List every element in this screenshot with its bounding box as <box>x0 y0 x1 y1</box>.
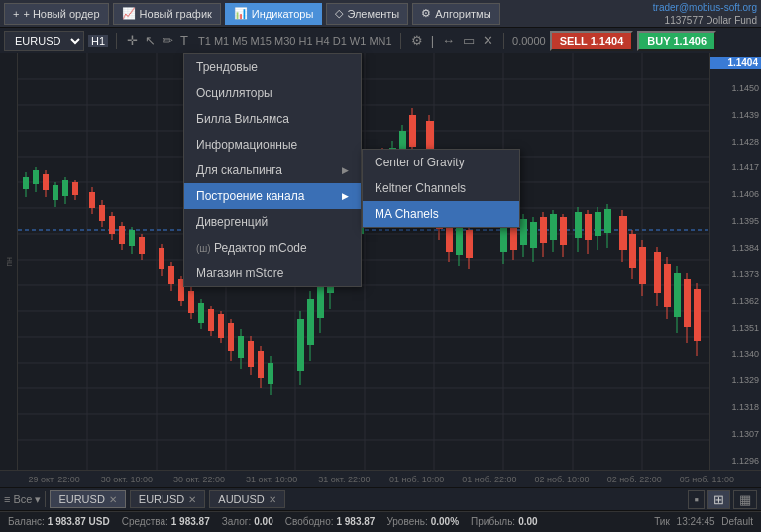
divider <box>116 33 117 49</box>
svg-rect-128 <box>604 209 611 233</box>
svg-rect-44 <box>119 226 125 244</box>
time-7: 01 ноб. 22:00 <box>453 475 525 484</box>
price-1439: 1.1439 <box>712 111 759 120</box>
time-8: 02 ноб. 10:00 <box>525 475 598 484</box>
svg-rect-62 <box>218 314 224 338</box>
svg-rect-138 <box>664 264 671 307</box>
svg-rect-64 <box>228 323 234 351</box>
svg-rect-114 <box>530 222 537 248</box>
time-2: 30 окт. 10:00 <box>90 475 163 484</box>
candlestick-chart <box>18 53 709 470</box>
text-tool[interactable]: T <box>178 33 190 48</box>
elements-button[interactable]: ◇ Элементы <box>326 3 408 25</box>
filter-dropdown-icon: ▾ <box>35 493 41 506</box>
settings-tool[interactable]: ⚙ <box>409 33 425 48</box>
tab-eurusd-2[interactable]: EURUSD ✕ <box>130 490 205 508</box>
menu-item-mstore[interactable]: Магазин mStore <box>184 261 361 286</box>
tab-close-3[interactable]: ✕ <box>269 494 276 505</box>
svg-rect-26 <box>23 177 29 189</box>
view-single[interactable]: ▪ <box>688 490 705 509</box>
user-info: trader@mobius-soft.org 1137577 Dollar Fu… <box>653 1 757 27</box>
svg-rect-124 <box>585 214 592 240</box>
menu-item-channel[interactable]: Построение канала ▶ <box>184 183 361 209</box>
menu-item-scalping[interactable]: Для скальпинга ▶ <box>184 158 361 183</box>
filter-icon: ≡ <box>4 493 10 505</box>
time-9: 02 ноб. 22:00 <box>598 475 671 484</box>
tab-close-2[interactable]: ✕ <box>188 494 196 505</box>
view-columns[interactable]: ▦ <box>733 490 757 509</box>
arrow-icon-channel: ▶ <box>342 191 349 201</box>
svg-rect-52 <box>168 266 174 284</box>
chart-tools: ✛ ↖ ✏ T <box>125 33 190 48</box>
minus-tool[interactable]: ▭ <box>461 33 477 48</box>
svg-rect-142 <box>684 279 691 327</box>
time-5: 31 окт. 22:00 <box>308 475 380 484</box>
chart-wrapper: пн <box>0 53 761 470</box>
divider-tabs <box>45 491 46 507</box>
price-1340: 1.1340 <box>712 350 759 359</box>
menu-item-mcode[interactable]: (ш) Редактор mCode <box>184 235 361 261</box>
chart-left-axis: пн <box>0 53 18 470</box>
time-3: 30 окт. 22:00 <box>163 475 235 484</box>
spread-value: 0.0000 <box>512 35 546 47</box>
svg-rect-70 <box>258 351 264 378</box>
menu-item-bill-williams[interactable]: Билла Вильямса <box>184 106 361 132</box>
svg-rect-130 <box>619 216 627 250</box>
margin-item: Залог: 0.00 <box>222 516 273 527</box>
svg-rect-28 <box>33 170 39 184</box>
price-1384: 1.1384 <box>712 244 759 253</box>
tf-labels: T1 M1 M5 M15 M30 H1 H4 D1 W1 MN1 <box>198 35 392 47</box>
menu-item-divergence[interactable]: Дивергенций <box>184 209 361 235</box>
close-tool[interactable]: ✕ <box>481 33 495 48</box>
time-10: 05 ноб. 11:00 <box>671 475 743 484</box>
tab-audusd[interactable]: AUDUSD ✕ <box>209 490 284 508</box>
chart-right-axis: 1.1461 1.1450 1.1439 1.1428 1.1417 1.140… <box>709 53 761 470</box>
submenu-item-ma[interactable]: MA Chanels <box>363 201 519 227</box>
svg-rect-30 <box>43 174 49 190</box>
menu-item-info[interactable]: Информационные <box>184 132 361 158</box>
status-bar: Баланс: 1 983.87 USD Средства: 1 983.87 … <box>0 511 761 531</box>
price-1373: 1.1373 <box>712 270 759 279</box>
new-chart-button[interactable]: 📈 Новый график <box>113 3 221 25</box>
tab-eurusd-1[interactable]: EURUSD ✕ <box>50 490 125 508</box>
elements-icon: ◇ <box>335 7 343 20</box>
time-axis: 29 окт. 22:00 30 окт. 10:00 30 окт. 22:0… <box>0 470 761 487</box>
sell-button[interactable]: SELL 1.1404 <box>550 31 634 51</box>
pen-tool[interactable]: ✏ <box>161 33 175 48</box>
algo-icon: ⚙ <box>421 7 431 20</box>
menu-item-oscillators[interactable]: Осцилляторы <box>184 80 361 106</box>
arrow-tool[interactable]: ↔ <box>440 33 457 48</box>
buy-button[interactable]: BUY 1.1406 <box>637 31 716 51</box>
indicators-button[interactable]: 📊 Индикаторы <box>225 3 323 25</box>
svg-rect-126 <box>595 212 601 236</box>
svg-rect-66 <box>238 336 244 358</box>
new-order-button[interactable]: + + Новый ордер <box>4 3 109 25</box>
time-1: 29 окт. 22:00 <box>18 475 90 484</box>
algorithms-button[interactable]: ⚙ Алгоритмы <box>412 3 499 25</box>
plus-icon: + <box>13 8 19 20</box>
submenu-item-cog[interactable]: Center of Gravity <box>363 150 519 175</box>
tf-h1[interactable]: H1 <box>88 35 108 47</box>
filter-button[interactable]: ≡ Все ▾ <box>4 493 41 506</box>
chart-main[interactable] <box>18 53 709 470</box>
crosshair-tool[interactable]: ✛ <box>125 33 140 48</box>
svg-rect-74 <box>297 319 304 371</box>
current-price-label: 1.1404 <box>710 57 761 69</box>
line-tool[interactable]: | <box>429 33 436 48</box>
menu-item-trending[interactable]: Трендовые <box>184 54 361 80</box>
pair-selector[interactable]: EURUSD <box>4 31 84 51</box>
cursor-tool[interactable]: ↖ <box>143 33 158 48</box>
svg-rect-40 <box>99 205 105 221</box>
menu-container: Трендовые Осцилляторы Билла Вильямса Инф… <box>183 53 362 287</box>
price-1329: 1.1329 <box>712 376 759 385</box>
tick-info: Тик 13:24:45 Default <box>654 516 753 527</box>
svg-rect-42 <box>109 216 115 234</box>
view-grid[interactable]: ⊞ <box>707 490 730 509</box>
svg-rect-122 <box>575 212 582 238</box>
top-bar: + + Новый ордер 📈 Новый график 📊 Индикат… <box>0 0 761 28</box>
price-1406: 1.1406 <box>712 190 759 199</box>
svg-rect-136 <box>654 252 661 293</box>
svg-rect-140 <box>674 273 681 317</box>
submenu-item-keltner[interactable]: Keltner Channels <box>363 175 519 201</box>
tab-close-1[interactable]: ✕ <box>109 494 117 505</box>
